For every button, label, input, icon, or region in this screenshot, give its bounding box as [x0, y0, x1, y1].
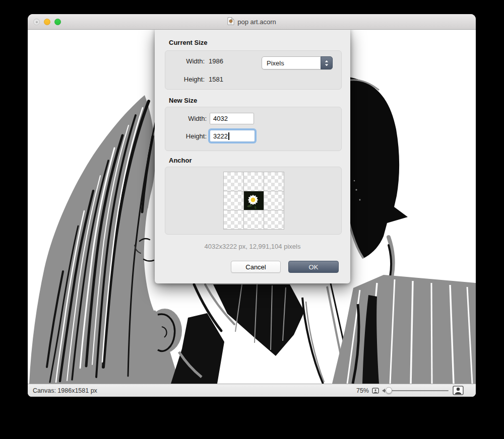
current-width-value: 1986 [209, 57, 223, 65]
new-size-group: Width: Height: [165, 107, 342, 151]
traffic-lights [33, 19, 61, 25]
text-caret [228, 132, 229, 140]
small-image-icon[interactable] [372, 387, 379, 394]
slider-min-triangle [382, 389, 385, 393]
anchor-group [165, 167, 342, 235]
app-window: pop art.acorn [28, 14, 476, 397]
zoom-slider[interactable] [382, 385, 450, 396]
zoom-level: 75% [356, 387, 369, 394]
size-summary: 4032x3222 px, 12,991,104 pixels [155, 243, 350, 250]
new-size-heading: New Size [169, 97, 197, 104]
current-height-value: 1581 [209, 76, 223, 83]
up-down-chevrons-icon [321, 56, 333, 69]
acorn-document-icon [227, 17, 234, 27]
anchor-cell-middle-left[interactable] [224, 191, 243, 210]
window-title: pop art.acorn [237, 18, 276, 26]
canvas-info: Canvas: 1986x1581 px [33, 387, 97, 394]
ok-button[interactable]: OK [288, 261, 339, 273]
daisy-thumbnail [244, 191, 264, 210]
units-selected-value: Pixels [267, 59, 284, 67]
anchor-cell-bottom-right[interactable] [264, 210, 284, 229]
anchor-cell-bottom-left[interactable] [224, 210, 243, 229]
zoom-slider-knob[interactable] [386, 387, 392, 394]
zoom-button[interactable] [54, 19, 61, 25]
anchor-cell-top-left[interactable] [224, 172, 243, 191]
current-height-label: Height: [178, 76, 205, 83]
window-title-group: pop art.acorn [227, 17, 276, 27]
units-select[interactable]: Pixels [262, 56, 333, 69]
anchor-grid [223, 172, 284, 230]
zoom-controls: 75% [356, 385, 464, 396]
zoom-slider-track[interactable] [385, 390, 449, 392]
new-width-label: Width: [177, 115, 207, 122]
large-image-icon[interactable] [453, 386, 464, 395]
resize-dialog: Current Size Width: 1986 Height: 1581 Pi… [155, 29, 350, 283]
current-width-label: Width: [178, 57, 205, 65]
anchor-cell-top-center[interactable] [244, 172, 264, 191]
new-height-input[interactable] [210, 130, 255, 142]
title-bar[interactable]: pop art.acorn [28, 14, 476, 30]
current-size-group: Width: 1986 Height: 1581 Pixels [165, 50, 342, 90]
anchor-cell-bottom-center[interactable] [244, 210, 264, 229]
anchor-cell-middle-right[interactable] [264, 191, 284, 210]
anchor-cell-top-right[interactable] [264, 172, 284, 191]
cancel-button[interactable]: Cancel [231, 261, 281, 273]
new-width-input[interactable] [210, 113, 254, 124]
status-bar: Canvas: 1986x1581 px 75% [28, 384, 476, 397]
anchor-heading: Anchor [169, 157, 192, 164]
minimize-button[interactable] [44, 19, 50, 25]
close-button[interactable] [33, 19, 40, 25]
anchor-cell-center[interactable] [244, 191, 264, 210]
new-height-label: Height: [177, 132, 207, 140]
current-size-heading: Current Size [169, 39, 208, 46]
